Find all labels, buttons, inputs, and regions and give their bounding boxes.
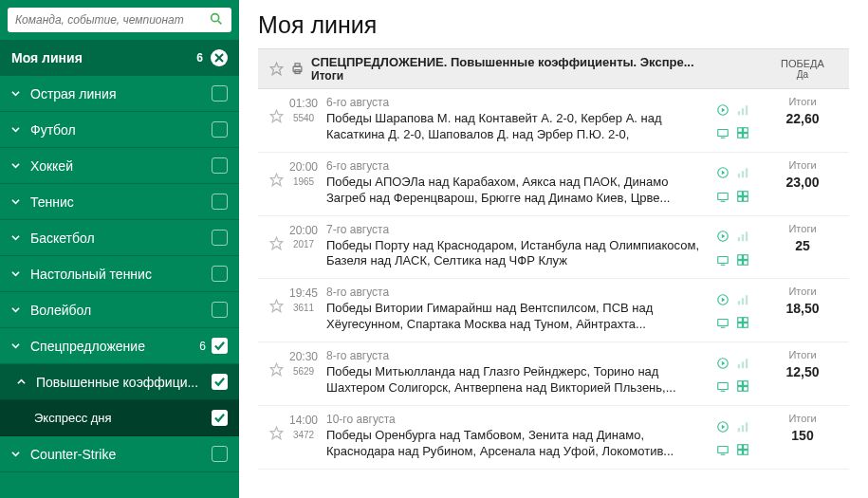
sidebar-item-0[interactable]: Острая линия [0, 76, 239, 112]
odds-cell[interactable]: Итоги12,50 [764, 349, 841, 397]
sidebar-item-9[interactable]: Экспресс дня [0, 400, 239, 436]
sidebar-item-2[interactable]: Хоккей [0, 148, 239, 184]
search-icon[interactable] [209, 11, 224, 29]
sidebar-item-1[interactable]: Футбол [0, 112, 239, 148]
sidebar-item-label: Повышенные коэффици... [36, 375, 212, 390]
stats-icon[interactable] [734, 293, 751, 307]
play-icon[interactable] [714, 166, 731, 180]
stats-icon[interactable] [734, 356, 751, 370]
svg-rect-19 [743, 134, 748, 138]
stats-icon[interactable] [734, 230, 751, 244]
grid-icon[interactable] [734, 379, 751, 394]
odds-cell[interactable]: Итоги150 [764, 413, 841, 460]
event-date: 6-го августа [326, 96, 709, 109]
play-icon[interactable] [714, 230, 731, 244]
sidebar-item-checkbox[interactable] [212, 266, 228, 282]
play-icon[interactable] [714, 419, 731, 433]
odds-cell[interactable]: Итоги23,00 [764, 159, 841, 207]
event-row[interactable]: 20:3056298-го августаПобеды Митьюлланда … [258, 342, 849, 406]
grid-icon[interactable] [734, 126, 751, 140]
sidebar-item-6[interactable]: Волейбол [0, 292, 239, 328]
svg-marker-34 [721, 234, 725, 239]
sidebar-item-10[interactable]: Counter-Strike [0, 436, 239, 472]
odds-value: 12,50 [764, 364, 841, 379]
svg-rect-18 [737, 134, 742, 138]
event-id: 5629 [286, 365, 321, 378]
my-line-title: Моя линия [11, 50, 196, 65]
sidebar-item-label: Хоккей [30, 158, 212, 174]
svg-rect-71 [737, 428, 739, 432]
sidebar-item-checkbox[interactable] [212, 410, 228, 426]
svg-rect-12 [741, 108, 743, 115]
event-row[interactable]: 19:4536118-го августаПобеды Витории Гима… [258, 279, 849, 342]
grid-icon[interactable] [734, 189, 751, 203]
event-date: 8-го августа [326, 349, 709, 362]
sidebar-item-checkbox[interactable] [212, 85, 228, 101]
tv-icon[interactable] [714, 126, 731, 140]
sidebar-item-checkbox[interactable] [212, 446, 228, 462]
event-row[interactable]: 20:0019656-го августаПобеды АПОЭЛа над К… [258, 153, 849, 216]
grid-icon[interactable] [734, 316, 751, 330]
sidebar-item-label: Спецпредложение [30, 339, 199, 354]
event-row[interactable]: 01:3055406-го августаПобеды Шарапова М. … [258, 89, 849, 153]
search-input[interactable] [15, 13, 209, 27]
svg-rect-66 [737, 387, 742, 392]
sidebar-item-8[interactable]: Повышенные коэффици... [0, 364, 239, 400]
chevron-down-icon [11, 197, 23, 206]
favorite-all-button[interactable] [266, 62, 286, 76]
sidebar-item-label: Острая линия [30, 86, 212, 101]
sidebar-item-5[interactable]: Настольный теннис [0, 256, 239, 292]
odds-cell[interactable]: Итоги22,60 [764, 96, 841, 143]
grid-icon[interactable] [734, 252, 751, 267]
stats-icon[interactable] [734, 102, 751, 117]
stats-icon[interactable] [734, 166, 751, 180]
close-my-line-button[interactable] [211, 49, 228, 66]
sidebar-item-4[interactable]: Баскетбол [0, 220, 239, 256]
chevron-down-icon [11, 125, 23, 134]
favorite-button[interactable] [266, 223, 286, 270]
sidebar-item-7[interactable]: Спецпредложение6 [0, 328, 239, 364]
favorite-button[interactable] [266, 286, 286, 333]
sidebar-item-checkbox[interactable] [212, 121, 228, 138]
play-icon[interactable] [714, 356, 731, 370]
stats-icon[interactable] [734, 419, 751, 433]
event-icons [709, 159, 756, 207]
sidebar-item-checkbox[interactable] [212, 374, 228, 390]
event-row[interactable]: 14:00347210-го августаПобеды Оренбурга н… [258, 406, 849, 470]
odds-cell[interactable]: Итоги18,50 [764, 286, 841, 333]
tv-icon[interactable] [714, 442, 731, 456]
tv-icon[interactable] [714, 189, 731, 203]
page-title: Моя линия [258, 11, 849, 39]
svg-marker-58 [721, 360, 725, 365]
sidebar-item-checkbox[interactable] [212, 157, 228, 174]
favorite-button[interactable] [266, 413, 286, 460]
play-icon[interactable] [714, 293, 731, 307]
event-date: 7-го августа [326, 223, 709, 236]
svg-rect-35 [737, 237, 739, 241]
tv-icon[interactable] [714, 316, 731, 330]
sidebar-item-checkbox[interactable] [212, 230, 228, 246]
search-box[interactable] [8, 8, 231, 32]
sidebar-item-3[interactable]: Теннис [0, 184, 239, 220]
svg-rect-31 [743, 196, 748, 201]
sidebar-item-checkbox[interactable] [212, 302, 228, 318]
svg-marker-4 [270, 63, 283, 75]
favorite-button[interactable] [266, 349, 286, 397]
sidebar-item-label: Теннис [30, 194, 212, 210]
print-button[interactable] [286, 62, 307, 76]
tv-icon[interactable] [714, 379, 731, 394]
svg-marker-46 [721, 298, 725, 303]
sidebar-item-checkbox[interactable] [212, 194, 228, 210]
odds-cell[interactable]: Итоги25 [764, 223, 841, 270]
svg-rect-6 [295, 64, 300, 66]
tv-icon[interactable] [714, 252, 731, 267]
grid-icon[interactable] [734, 442, 751, 456]
play-icon[interactable] [714, 102, 731, 117]
favorite-button[interactable] [266, 96, 286, 143]
chevron-down-icon [11, 89, 23, 98]
event-row[interactable]: 20:0020177-го августаПобеды Порту над Кр… [258, 216, 849, 280]
svg-rect-41 [743, 254, 748, 259]
sidebar-item-checkbox[interactable] [212, 338, 228, 354]
event-time: 19:45 [286, 286, 321, 302]
favorite-button[interactable] [266, 159, 286, 207]
